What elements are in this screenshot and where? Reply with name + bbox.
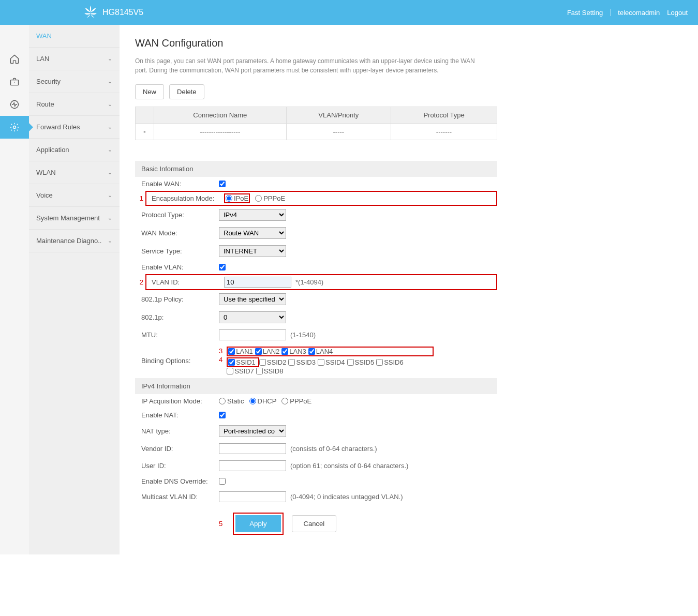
chevron-down-icon: ⌄: [108, 101, 112, 108]
lan4-checkbox[interactable]: [308, 348, 315, 355]
sidebar-item-security[interactable]: Security⌄: [29, 70, 120, 93]
ssid3-checkbox[interactable]: [288, 359, 295, 366]
dns-override-checkbox[interactable]: [219, 478, 226, 485]
ssid7-checkbox[interactable]: [227, 368, 233, 374]
label-binding: Binding Options:: [141, 347, 219, 365]
section-ipv4: IPv4 Information: [135, 378, 497, 394]
sidebar-item-lan[interactable]: LAN⌄: [29, 48, 120, 70]
ip-pppoe-radio[interactable]: [281, 398, 288, 404]
chevron-down-icon: ⌄: [108, 215, 112, 221]
cancel-button[interactable]: Cancel: [292, 515, 336, 532]
page-title: WAN Configuration: [135, 37, 497, 49]
delete-button[interactable]: Delete: [169, 84, 204, 99]
label-encapsulation-mode: Encapsulation Mode:: [152, 194, 224, 202]
ssid5-checkbox[interactable]: [347, 359, 354, 366]
annotation-1: 1: [135, 194, 143, 202]
chevron-down-icon: ⌄: [108, 124, 112, 130]
page-description: On this page, you can set WAN port param…: [135, 56, 497, 75]
ssid4-checkbox[interactable]: [318, 359, 324, 366]
lan1-checkbox[interactable]: [228, 348, 235, 355]
hint-vlan: *(1-4094): [295, 278, 323, 286]
hint-mtu: (1-1540): [290, 331, 316, 339]
wan-mode-select[interactable]: Route WAN: [219, 227, 286, 239]
service-type-select[interactable]: INTERNET: [219, 245, 286, 257]
user-id-input[interactable]: [219, 460, 286, 471]
ssid2-checkbox[interactable]: [259, 359, 266, 366]
vendor-id-input[interactable]: [219, 443, 286, 454]
separator: [610, 9, 611, 16]
section-basic: Basic Information: [135, 161, 497, 177]
label-ip-acquisition: IP Acquisition Mode:: [141, 397, 219, 405]
vlan-id-input[interactable]: [224, 277, 291, 288]
sidebar: WAN LAN⌄ Security⌄ Route⌄ Forward Rules⌄…: [29, 25, 120, 554]
annotation-3: 3: [219, 347, 222, 355]
label-service-type: Service Type:: [141, 247, 219, 255]
col-protocol-type: Protocol Type: [391, 107, 497, 124]
header: HG8145V5 Fast Setting telecomadmin Logou…: [0, 0, 698, 25]
activity-icon[interactable]: [0, 93, 29, 116]
sidebar-item-forward-rules[interactable]: Forward Rules⌄: [29, 116, 120, 139]
label-8021p: 802.1p:: [141, 313, 219, 321]
annotation-2: 2: [135, 278, 143, 286]
sidebar-item-voice[interactable]: Voice⌄: [29, 184, 120, 207]
chevron-down-icon: ⌄: [108, 169, 112, 176]
new-button[interactable]: New: [135, 84, 164, 99]
chevron-down-icon: ⌄: [108, 237, 112, 244]
mtu-input[interactable]: [219, 329, 286, 340]
lan2-checkbox[interactable]: [255, 348, 262, 355]
table-row[interactable]: - ------------------ ----- -------: [136, 124, 497, 140]
ssid6-checkbox[interactable]: [376, 359, 383, 366]
enable-nat-checkbox[interactable]: [219, 412, 226, 418]
iconbar: [0, 25, 29, 554]
chevron-down-icon: ⌄: [108, 192, 112, 199]
label-dns-override: Enable DNS Override:: [141, 477, 219, 485]
label-enable-wan: Enable WAN:: [141, 180, 219, 188]
fast-setting-link[interactable]: Fast Setting: [567, 9, 603, 17]
encap-pppoe-radio[interactable]: [255, 195, 262, 202]
enable-vlan-checkbox[interactable]: [219, 264, 226, 271]
apply-button[interactable]: Apply: [235, 515, 280, 532]
nat-type-select[interactable]: Port-restricted cone: [219, 425, 286, 437]
sidebar-item-application[interactable]: Application⌄: [29, 139, 120, 161]
sidebar-item-wan[interactable]: WAN: [29, 25, 120, 48]
label-enable-vlan: Enable VLAN:: [141, 263, 219, 271]
label-vlan-id: VLAN ID:: [152, 278, 224, 286]
label-vendor-id: Vendor ID:: [141, 445, 219, 453]
briefcase-icon[interactable]: [0, 70, 29, 93]
annotation-4: 4: [219, 356, 222, 364]
encap-ipoe-radio[interactable]: [226, 195, 232, 202]
label-multicast-vlan: Multicast VLAN ID:: [141, 493, 219, 501]
col-vlan-priority: VLAN/Priority: [286, 107, 391, 124]
ip-static-radio[interactable]: [219, 398, 226, 404]
chevron-down-icon: ⌄: [108, 78, 112, 85]
home-icon[interactable]: [0, 48, 29, 70]
ssid8-checkbox[interactable]: [256, 368, 263, 374]
label-protocol-type: Protocol Type:: [141, 211, 219, 219]
enable-wan-checkbox[interactable]: [219, 181, 226, 187]
label-8021p-policy: 802.1p Policy:: [141, 295, 219, 303]
8021p-select[interactable]: 0: [219, 311, 286, 323]
hint-user: (option 61; consists of 0-64 characters.…: [290, 462, 408, 470]
sidebar-item-route[interactable]: Route⌄: [29, 93, 120, 116]
protocol-type-select[interactable]: IPv4: [219, 209, 286, 221]
logout-link[interactable]: Logout: [667, 9, 688, 17]
main: WAN Configuration On this page, you can …: [120, 25, 513, 554]
ssid1-checkbox[interactable]: [228, 359, 235, 366]
gear-icon[interactable]: [0, 116, 29, 139]
user-link[interactable]: telecomadmin: [618, 9, 660, 17]
multicast-vlan-input[interactable]: [219, 491, 286, 502]
sidebar-item-maintenance[interactable]: Maintenance Diagno..⌄: [29, 230, 120, 252]
label-mtu: MTU:: [141, 331, 219, 339]
sidebar-item-wlan[interactable]: WLAN⌄: [29, 161, 120, 184]
lan3-checkbox[interactable]: [281, 348, 288, 355]
sidebar-item-system-management[interactable]: System Management⌄: [29, 207, 120, 230]
label-enable-nat: Enable NAT:: [141, 411, 219, 419]
policy-select[interactable]: Use the specified value: [219, 293, 286, 305]
connection-table: Connection Name VLAN/Priority Protocol T…: [135, 107, 497, 140]
col-connection-name: Connection Name: [154, 107, 287, 124]
annotation-5: 5: [219, 520, 222, 528]
svg-point-2: [13, 126, 16, 129]
huawei-logo-icon: [83, 5, 98, 20]
product-name: HG8145V5: [102, 8, 143, 17]
ip-dhcp-radio[interactable]: [249, 398, 256, 404]
